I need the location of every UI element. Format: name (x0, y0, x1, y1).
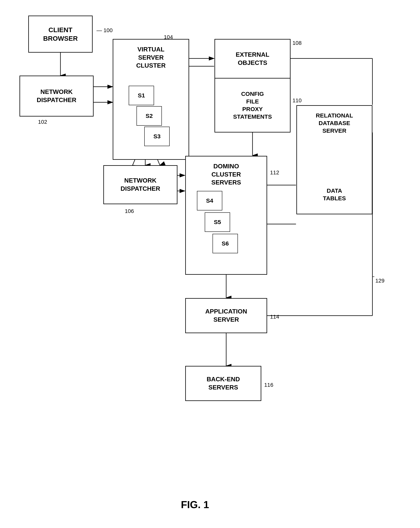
config-file-box: CONFIG FILE PROXY STATEMENTS (214, 78, 291, 132)
s5-box: S5 (205, 212, 230, 232)
ref-112: 112 (270, 169, 279, 176)
ref-110: 110 (293, 97, 302, 104)
s4-label: S4 (206, 197, 213, 204)
network-dispatcher-top-box: NETWORK DISPATCHER (20, 76, 94, 117)
s2-label: S2 (146, 113, 153, 119)
ref-116: 116 (264, 382, 273, 388)
ref-114: 114 (270, 314, 279, 320)
virtual-server-cluster-label: VIRTUAL SERVER CLUSTER (113, 45, 188, 70)
client-browser-box: CLIENT BROWSER (28, 16, 93, 53)
ref-100: — 100 (97, 27, 113, 34)
s4-box: S4 (197, 191, 222, 210)
data-tables-label: DATA TABLES (297, 187, 372, 202)
application-server-box: APPLICATION SERVER (185, 298, 267, 333)
network-dispatcher-bottom-box: NETWORK DISPATCHER (103, 165, 177, 204)
config-file-label: CONFIG FILE PROXY STATEMENTS (233, 90, 272, 120)
back-end-servers-box: BACK-END SERVERS (185, 366, 261, 401)
ref-108: 108 (293, 40, 302, 46)
s2-box: S2 (136, 106, 162, 126)
domino-cluster-label: DOMINO CLUSTER SERVERS (186, 162, 267, 187)
s1-label: S1 (138, 92, 145, 99)
s1-box: S1 (129, 86, 154, 105)
s3-box: S3 (144, 127, 170, 146)
client-browser-label: CLIENT BROWSER (43, 25, 78, 43)
network-dispatcher-bottom-label: NETWORK DISPATCHER (121, 177, 160, 193)
ref-102: 102 (38, 119, 47, 125)
s3-label: S3 (153, 133, 161, 140)
application-server-label: APPLICATION SERVER (205, 307, 247, 324)
relational-db-box: RELATIONAL DATABASE SERVER DATA TABLES (296, 105, 372, 214)
s6-box: S6 (212, 234, 238, 253)
back-end-servers-label: BACK-END SERVERS (207, 375, 240, 391)
ref-104: 104 (164, 34, 173, 40)
figure-label: FIG. 1 (136, 499, 253, 510)
external-objects-box: EXTERNAL OBJECTS (214, 39, 291, 78)
external-objects-label: EXTERNAL OBJECTS (236, 51, 269, 67)
ref-106: 106 (125, 208, 134, 214)
ref-129: 129 (375, 278, 384, 284)
relational-db-label: RELATIONAL DATABASE SERVER (297, 112, 372, 134)
s5-label: S5 (214, 219, 221, 225)
diagram: CLIENT BROWSER NETWORK DISPATCHER VIRTUA… (0, 0, 420, 528)
network-dispatcher-top-label: NETWORK DISPATCHER (37, 88, 76, 104)
s6-label: S6 (222, 240, 229, 247)
